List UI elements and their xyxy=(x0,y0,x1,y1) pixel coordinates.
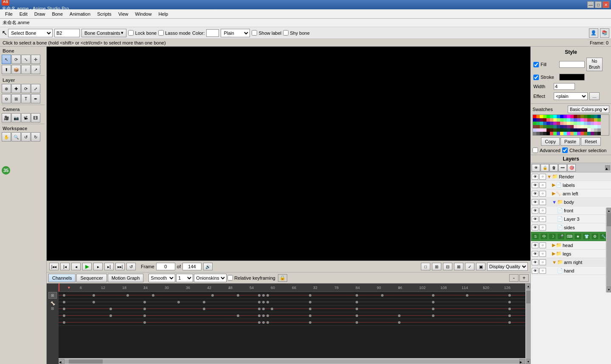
color-cell[interactable] xyxy=(570,115,574,118)
color-cell[interactable] xyxy=(550,125,553,128)
layers-vscrollbar[interactable]: ▴ ▾ xyxy=(606,208,611,292)
layer-anim-hand[interactable]: ○ xyxy=(539,268,546,274)
color-cell[interactable] xyxy=(597,118,601,122)
layer-anim-layer3[interactable]: ○ xyxy=(539,216,546,222)
view-mode-4[interactable]: ⊠ xyxy=(454,263,463,270)
color-cell[interactable] xyxy=(587,118,591,122)
layer-eye-hand[interactable]: 👁 xyxy=(532,268,538,274)
layers-scroll-up-btn[interactable]: ▴ xyxy=(607,208,611,214)
layer-anim-head[interactable]: ○ xyxy=(539,242,546,248)
layer-item-hand[interactable]: 👁 ○ 📄 hand xyxy=(531,267,611,275)
camera-tool1[interactable]: 🎥 xyxy=(2,113,11,122)
color-cell[interactable] xyxy=(580,125,584,128)
color-cell[interactable] xyxy=(547,115,550,118)
menu-help[interactable]: Help xyxy=(155,11,171,17)
channel-num-select[interactable]: 1 2 3 xyxy=(176,274,193,282)
menu-bone[interactable]: Bone xyxy=(48,11,66,17)
color-cell[interactable] xyxy=(540,125,543,128)
color-cell[interactable] xyxy=(540,118,543,122)
layer-expand-render[interactable]: ▼ xyxy=(547,174,552,179)
zoom-out-timeline-btn[interactable]: - xyxy=(509,274,519,282)
layer-anim-arm-right[interactable]: ○ xyxy=(539,259,546,265)
color-cell[interactable] xyxy=(557,125,560,128)
end-button[interactable]: ▸▸| xyxy=(115,263,125,270)
layer-item-front[interactable]: 👁 ○ 📄 front xyxy=(531,206,611,215)
color-cell[interactable] xyxy=(591,125,594,128)
total-frames-input[interactable] xyxy=(182,263,202,270)
color-cell[interactable] xyxy=(533,115,536,118)
color-cell[interactable] xyxy=(577,118,580,122)
translate-bone-tool[interactable]: ✛ xyxy=(31,55,40,64)
view-mode-3[interactable]: ⊟ xyxy=(443,263,452,270)
layer-tool2c[interactable]: T xyxy=(21,94,31,103)
color-cell[interactable] xyxy=(584,115,587,118)
layers-btn-zh[interactable]: 中 xyxy=(540,233,548,240)
color-cell[interactable] xyxy=(540,128,543,132)
color-cell[interactable] xyxy=(543,125,547,128)
layer-anim-arm-left[interactable]: ○ xyxy=(539,191,546,197)
scrollbar-thumb[interactable] xyxy=(69,359,103,364)
layer-eye-arm-left[interactable]: 👁 xyxy=(532,191,538,197)
timeline-hscrollbar[interactable]: ◂ ▸ xyxy=(59,358,525,364)
color-cell[interactable] xyxy=(560,125,563,128)
color-cell[interactable] xyxy=(577,125,580,128)
effect-select[interactable]: <plain blur glow xyxy=(554,92,588,100)
scrollbar-track[interactable] xyxy=(64,359,519,364)
color-cell[interactable] xyxy=(553,128,557,132)
color-cell[interactable] xyxy=(536,128,540,132)
back-one-button[interactable]: ◂ xyxy=(71,263,81,270)
pan-tool[interactable]: ✋ xyxy=(2,132,11,142)
layer-eye-legs[interactable]: 👁 xyxy=(532,251,538,257)
color-cell[interactable] xyxy=(584,118,587,122)
layer-arrow-head[interactable]: ▶ xyxy=(552,242,555,248)
color-cell[interactable] xyxy=(574,118,577,122)
scroll-up-btn[interactable]: ▴ xyxy=(526,283,530,289)
layer-tool2a[interactable]: ⊖ xyxy=(2,94,11,103)
color-cell[interactable] xyxy=(550,128,553,132)
color-cell[interactable] xyxy=(574,132,577,135)
color-cell[interactable] xyxy=(543,115,547,118)
layer-eye-layer3[interactable]: 👁 xyxy=(532,216,538,222)
scroll-down-btn[interactable]: ▾ xyxy=(526,359,530,364)
color-cell[interactable] xyxy=(536,125,540,128)
layer-item-head[interactable]: 👁 ○ ▶ 📁 head xyxy=(531,241,611,250)
relative-keyframing-checkbox[interactable]: Relative keyframing xyxy=(227,275,275,281)
color-cell[interactable] xyxy=(567,118,570,122)
color-cell[interactable] xyxy=(577,122,580,125)
scroll-left-btn[interactable]: ◂ xyxy=(59,359,64,364)
color-cell[interactable] xyxy=(553,115,557,118)
layer-eye-body[interactable]: 👁 xyxy=(532,199,538,205)
layer-eye-front[interactable]: 👁 xyxy=(532,208,538,214)
layers-scroll-track[interactable] xyxy=(607,214,611,286)
layer-item-arm-right[interactable]: 👁 ○ ▼ 📁 arm right xyxy=(531,258,611,267)
layers-btn-moon[interactable]: ☽ xyxy=(549,233,556,240)
no-brush-button[interactable]: NoBrush xyxy=(586,58,603,71)
color-cell[interactable] xyxy=(570,118,574,122)
color-cell[interactable] xyxy=(563,122,567,125)
color-cell[interactable] xyxy=(577,115,580,118)
reset-color-button[interactable]: Reset xyxy=(581,137,601,146)
onionskins-select[interactable]: Onionskins xyxy=(194,274,227,282)
color-cell[interactable] xyxy=(584,128,587,132)
tab-channels[interactable]: Channels xyxy=(48,274,76,282)
show-label-checkbox[interactable]: Show label xyxy=(252,30,281,36)
color-cell[interactable] xyxy=(533,132,536,135)
stroke-color-swatch[interactable] xyxy=(559,74,585,81)
color-cell[interactable] xyxy=(570,128,574,132)
layer-item-layer3[interactable]: 👁 ○ 📄 Layer 3 xyxy=(531,215,611,223)
menu-file[interactable]: File xyxy=(2,11,16,17)
color-cell[interactable] xyxy=(597,115,601,118)
layer-item-sides[interactable]: 👁 ○ 📄 sides xyxy=(531,223,611,232)
color-cell[interactable] xyxy=(577,128,580,132)
color-cell[interactable] xyxy=(547,125,550,128)
tab-motion-graph[interactable]: Motion Graph xyxy=(108,274,144,282)
layer-eye-labels[interactable]: 👁 xyxy=(532,182,538,188)
zoom-in-timeline-btn[interactable]: + xyxy=(519,274,529,282)
layer-anim-legs[interactable]: ○ xyxy=(539,251,546,257)
layers-btn-s[interactable]: S xyxy=(532,233,539,240)
color-cell[interactable] xyxy=(547,128,550,132)
color-cell[interactable] xyxy=(580,122,584,125)
color-cell[interactable] xyxy=(580,128,584,132)
color-cell[interactable] xyxy=(597,122,601,125)
bone-tool2b[interactable]: 📦 xyxy=(11,65,21,74)
